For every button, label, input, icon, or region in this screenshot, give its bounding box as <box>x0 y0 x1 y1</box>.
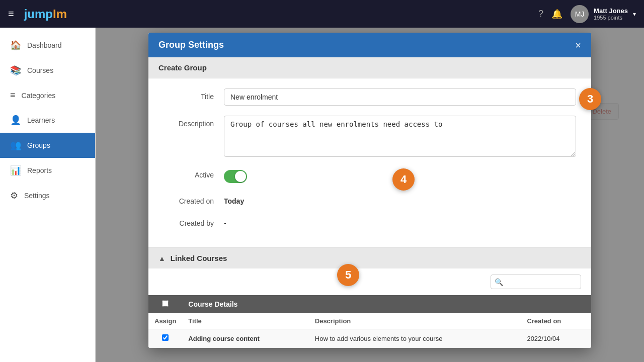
modal-close-button[interactable]: × <box>575 40 581 50</box>
active-toggle[interactable] <box>224 170 247 183</box>
title-label: Title <box>164 88 224 101</box>
created-on-value: Today <box>224 193 244 205</box>
user-points: 1955 points <box>594 15 628 21</box>
description-input[interactable]: Group of courses all new enrolments need… <box>224 116 576 157</box>
sidebar-label-dashboard: Dashboard <box>27 41 62 49</box>
row-created-on: 2022/10/04 <box>521 329 591 348</box>
sidebar-item-reports[interactable]: 📊 Reports <box>0 158 95 183</box>
assign-col-header: Assign <box>148 313 182 329</box>
linked-courses-label: Linked Courses <box>171 254 227 262</box>
sidebar-item-categories[interactable]: ≡ Categories <box>0 83 95 108</box>
header-checkbox-cell[interactable] <box>148 295 182 313</box>
created-by-label: Created by <box>164 215 224 227</box>
logo-suffix: Im <box>53 7 67 21</box>
row-title: Adding course content <box>182 329 308 348</box>
navbar: ≡ jumpIm ? 🔔 MJ Matt Jones 1955 points ▾ <box>0 0 644 28</box>
search-icon: 🔍 <box>495 278 503 286</box>
settings-icon: ⚙ <box>10 190 18 201</box>
sidebar: 🏠 Dashboard 📚 Courses ≡ Categories 👤 Lea… <box>0 28 96 362</box>
categories-icon: ≡ <box>10 90 16 101</box>
learners-icon: 👤 <box>10 115 21 126</box>
active-toggle-wrapper <box>224 167 247 183</box>
description-col-header: Description <box>309 313 521 329</box>
table-row: Adding course content How to add various… <box>148 329 591 348</box>
modal-overlay[interactable]: Group Settings × Create Group Title <box>96 28 644 362</box>
form-area: Title Description Group of courses all n… <box>148 78 591 247</box>
created-on-label: Created on <box>164 193 224 205</box>
hamburger-icon[interactable]: ≡ <box>8 8 14 20</box>
sidebar-item-settings[interactable]: ⚙ Settings <box>0 183 95 208</box>
logo: jumpIm <box>24 7 67 21</box>
help-icon[interactable]: ? <box>538 9 543 19</box>
user-area[interactable]: MJ Matt Jones 1955 points ▾ <box>571 5 636 23</box>
description-row: Description Group of courses all new enr… <box>164 116 576 157</box>
sidebar-item-learners[interactable]: 👤 Learners <box>0 108 95 133</box>
course-table: Course Details Assign Title Description … <box>148 295 591 348</box>
created-by-value: - <box>224 215 226 227</box>
table-controls: 🔍 <box>148 268 591 295</box>
course-details-header: Course Details <box>182 295 591 313</box>
sidebar-item-dashboard[interactable]: 🏠 Dashboard <box>0 33 95 58</box>
sidebar-label-groups: Groups <box>27 141 50 149</box>
create-group-section-header: Create Group <box>148 57 591 78</box>
row-description: How to add various elements to your cour… <box>309 329 521 348</box>
created-on-col-header: Created on <box>521 313 591 329</box>
row-checkbox[interactable] <box>162 334 169 341</box>
row-checkbox-cell[interactable] <box>148 329 182 348</box>
title-input[interactable] <box>224 88 576 106</box>
chevron-down-icon: ▾ <box>633 11 636 18</box>
sidebar-label-courses: Courses <box>27 66 53 74</box>
courses-icon: 📚 <box>10 65 21 76</box>
groups-icon: 👥 <box>10 140 21 151</box>
linked-courses-section-header[interactable]: ▲ Linked Courses <box>148 247 591 268</box>
navbar-left: ≡ jumpIm <box>8 7 67 21</box>
sidebar-label-categories: Categories <box>22 92 56 100</box>
bell-icon[interactable]: 🔔 <box>551 9 562 20</box>
sidebar-item-courses[interactable]: 📚 Courses <box>0 58 95 83</box>
sidebar-label-learners: Learners <box>27 116 55 124</box>
active-row: Active <box>164 167 576 183</box>
main-layout: 🏠 Dashboard 📚 Courses ≡ Categories 👤 Lea… <box>0 28 644 362</box>
avatar: MJ <box>571 5 589 23</box>
modal-body: Create Group Title Description Group of … <box>148 57 591 348</box>
user-name: Matt Jones <box>594 7 628 15</box>
sidebar-label-settings: Settings <box>24 192 50 200</box>
user-info: Matt Jones 1955 points <box>594 7 628 21</box>
dashboard-icon: 🏠 <box>10 40 21 51</box>
title-col-header: Title <box>182 313 308 329</box>
title-row: Title <box>164 88 576 106</box>
reports-icon: 📊 <box>10 165 21 176</box>
created-by-row: Created by - <box>164 215 576 227</box>
created-on-row: Created on Today <box>164 193 576 205</box>
table-col-header-row: Assign Title Description Created on <box>148 313 591 329</box>
modal-title: Group Settings <box>158 40 224 50</box>
navbar-right: ? 🔔 MJ Matt Jones 1955 points ▾ <box>538 5 636 23</box>
search-input[interactable] <box>491 275 581 289</box>
active-label: Active <box>164 167 224 179</box>
logo-prefix: jump <box>24 7 53 21</box>
modal-header: Group Settings × <box>148 33 591 57</box>
content-area: + Create Group Delete Group Settings × <box>96 28 644 362</box>
modal: Group Settings × Create Group Title <box>148 33 591 348</box>
expand-icon: ▲ <box>158 254 166 262</box>
search-input-wrap: 🔍 <box>491 275 581 289</box>
select-all-checkbox[interactable] <box>162 300 169 307</box>
description-label: Description <box>164 116 224 128</box>
table-group-header-row: Course Details <box>148 295 591 313</box>
sidebar-label-reports: Reports <box>27 166 52 174</box>
sidebar-item-groups[interactable]: 👥 Groups <box>0 133 95 158</box>
